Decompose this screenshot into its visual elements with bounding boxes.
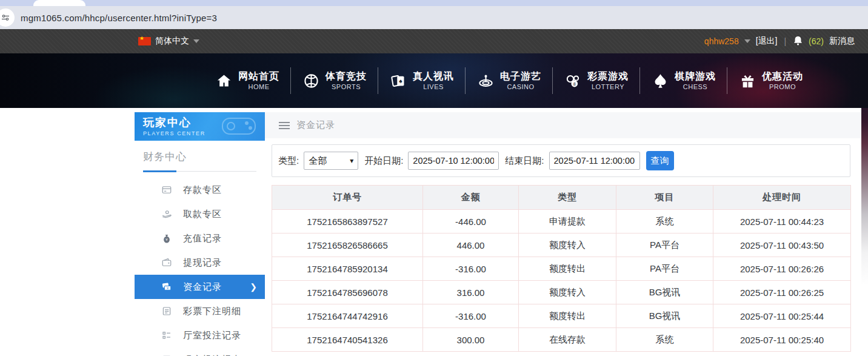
column-header-amount: 金额 [423, 186, 519, 210]
type-cell: 额度转入 [519, 281, 616, 304]
spade-icon [651, 72, 669, 90]
project-cell: PA平台 [616, 233, 713, 257]
type-label: 类型: [278, 155, 299, 167]
nav-item-chess[interactable]: 棋牌游戏 CHESS [643, 65, 724, 96]
language-selector[interactable]: 简体中文 [138, 36, 199, 47]
nav-separator [290, 67, 291, 94]
browser-active-tab[interactable] [33, 0, 85, 6]
sidebar-item-label: 厅室投注记录 [183, 330, 241, 341]
user-topbar: 简体中文 qhhw258 [退出] | (62) 新消息 [0, 29, 868, 53]
gift-icon [738, 72, 756, 90]
processed-time-cell: 2025-07-11 00:26:25 [713, 281, 851, 304]
nav-item-promo[interactable]: 优惠活动 PROMO [730, 65, 811, 96]
end-date-input[interactable] [549, 152, 640, 170]
nav-separator [378, 67, 378, 94]
roulette-icon [476, 72, 495, 90]
basketball-icon [302, 72, 320, 90]
type-cell: 在线存款 [519, 328, 616, 352]
processed-time-cell: 2025-07-11 00:25:40 [713, 328, 851, 352]
browser-address-bar[interactable]: mgm1065.com/hhcp/usercenter.html?iniType… [0, 6, 868, 29]
type-cell: 额度转出 [519, 304, 616, 328]
sidebar-item-withdrawal-records[interactable]: 提现记录 ❯ [135, 250, 265, 275]
type-cell: 申请提款 [519, 210, 616, 233]
processed-time-cell: 2025-07-11 00:25:44 [713, 304, 851, 328]
sidebar-item-withdraw-zone[interactable]: 取款专区 ❯ [135, 202, 265, 226]
table-header-row: 订单号金额类型项目处理时间 [272, 186, 851, 210]
logout-link[interactable]: [退出] [756, 36, 778, 47]
type-select[interactable]: 全部 ▾ [304, 152, 358, 170]
message-count[interactable]: (62) [809, 36, 824, 46]
site-settings-icon[interactable] [0, 8, 15, 27]
order-id-cell: 1752165863897527 [272, 210, 423, 233]
nav-item-casino[interactable]: 电子游艺 CASINO [469, 65, 549, 96]
project-cell: BG视讯 [616, 304, 713, 328]
sidebar-item-label: 彩票下注明细 [183, 306, 241, 317]
table-row: 1752165863897527-446.00申请提款系统2025-07-11 … [272, 210, 851, 233]
column-header-order-id: 订单号 [272, 186, 423, 210]
column-header-type: 类型 [519, 186, 616, 210]
nav-item-lives[interactable]: ♠ 真人视讯 LIVES [381, 65, 462, 96]
table-row: 1752164740541326300.00在线存款系统2025-07-11 0… [272, 328, 851, 352]
document-icon [161, 305, 173, 317]
project-cell: 系统 [616, 210, 713, 233]
sidebar-item-deposit-zone[interactable]: 存款专区 ❯ [135, 178, 265, 202]
wallet-icon [161, 257, 173, 269]
section-underline [143, 170, 256, 172]
chevron-down-icon[interactable] [744, 39, 750, 43]
divider: | [783, 36, 787, 46]
sidebar-item-funds-records[interactable]: ¥ 资金记录 ❯ [135, 275, 265, 299]
filter-panel: 类型: 全部 ▾ 开始日期: 结束日期: 查询 [272, 144, 850, 177]
player-center-sidebar: 玩家中心 PLAYERS CENTER 财务中心 存款专区 ❯ 取款专区 ❯ ¥… [135, 108, 265, 356]
sidebar-item-recharge-records[interactable]: ¥ 充值记录 ❯ [135, 226, 265, 250]
sidebar-item-label: 存款专区 [183, 184, 222, 196]
sidebar-item-lottery-bet-details[interactable]: 彩票下注明细 ❯ [135, 299, 265, 323]
sidebar-item-label: 资金记录 [183, 281, 222, 293]
nav-label-en: SPORTS [326, 82, 367, 91]
nav-item-home[interactable]: 网站首页 HOME [207, 65, 287, 96]
sidebar-item-label: 提现记录 [183, 257, 222, 269]
sidebar-item-label: 取款专区 [183, 209, 222, 220]
report-chart-icon [161, 354, 173, 356]
sidebar-item-label: 玩家投注报表 [183, 354, 241, 356]
content-wrapper: 玩家中心 PLAYERS CENTER 财务中心 存款专区 ❯ 取款专区 ❯ ¥… [0, 108, 861, 356]
nav-label-zh: 棋牌游戏 [675, 70, 716, 82]
order-id-cell: 1752164785696078 [272, 281, 423, 304]
menu-icon[interactable] [279, 122, 290, 129]
new-messages-link[interactable]: 新消息 [829, 36, 855, 47]
list-icon [161, 329, 173, 341]
column-header-project: 项目 [616, 186, 713, 210]
amount-cell: 446.00 [423, 233, 519, 257]
main-navigation: 网站首页 HOME 体育竞技 SPORTS ♠ 真人视讯 LIVES 电子游艺 … [0, 53, 868, 108]
nav-label-zh: 彩票游戏 [587, 70, 629, 82]
sidebar-item-room-bet-records[interactable]: 厅室投注记录 ❯ [135, 323, 265, 348]
processed-time-cell: 2025-07-11 00:26:26 [713, 257, 851, 281]
sidebar-item-player-bet-report[interactable]: 玩家投注报表 ❯ [135, 348, 265, 356]
nav-label-zh: 体育竞技 [326, 70, 367, 82]
project-cell: PA平台 [616, 257, 713, 281]
page-title: 资金记录 [296, 119, 335, 131]
start-date-input[interactable] [408, 152, 499, 170]
sidebar-item-label: 充值记录 [183, 233, 222, 244]
table-row: 1752164785696078316.00额度转入BG视讯2025-07-11… [272, 281, 851, 304]
moneybag-icon: ¥ [161, 232, 173, 244]
nav-item-lottery[interactable]: 8 彩票游戏 LOTTERY [556, 65, 636, 96]
lottery-balls-icon: 8 [564, 72, 582, 90]
table-row: 1752164744742916-316.00额度转出BG视讯2025-07-1… [272, 304, 851, 328]
nav-label-en: LOTTERY [587, 82, 629, 91]
order-id-cell: 1752165826586665 [272, 233, 423, 257]
end-date-label: 结束日期: [505, 155, 544, 167]
query-button[interactable]: 查询 [646, 151, 674, 170]
nav-item-sports[interactable]: 体育竞技 SPORTS [294, 65, 375, 96]
amount-cell: -316.00 [423, 257, 519, 281]
playing-cards-icon: ♠ [389, 72, 407, 90]
table-row: 1752165826586665446.00额度转入PA平台2025-07-11… [272, 233, 851, 257]
svg-text:¥: ¥ [167, 287, 169, 290]
nav-separator [465, 67, 466, 94]
start-date-label: 开始日期: [364, 155, 403, 167]
username-link[interactable]: qhhw258 [704, 36, 739, 46]
table-row: 1752164785920134-316.00额度转出PA平台2025-07-1… [272, 257, 851, 281]
svg-text:8: 8 [573, 81, 575, 87]
funds-cards-icon: ¥ [161, 281, 173, 293]
address-url[interactable]: mgm1065.com/hhcp/usercenter.html?iniType… [21, 13, 217, 23]
bell-icon[interactable] [793, 35, 803, 48]
